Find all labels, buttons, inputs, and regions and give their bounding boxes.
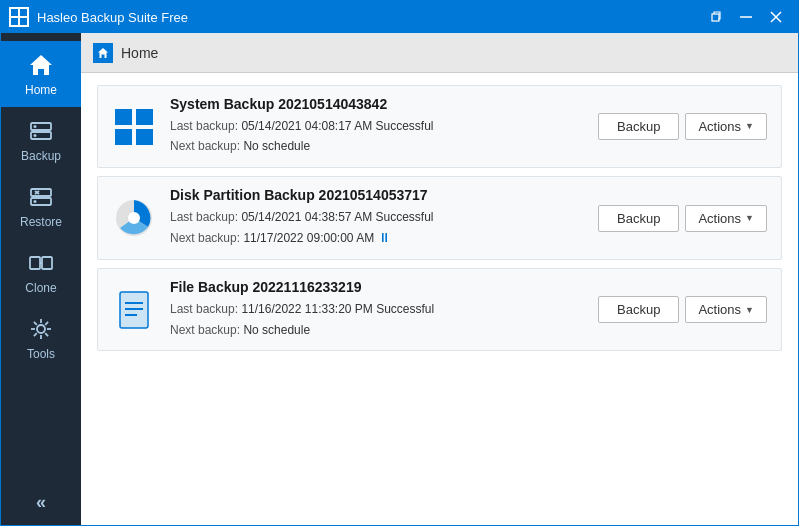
last-backup-label: Last backup: [170,210,238,224]
actions-dropdown-arrow: ▼ [745,213,754,223]
sidebar-tools-label: Tools [27,347,55,361]
last-backup-value: 05/14/2021 04:38:57 AM Successful [241,210,433,224]
backup-meta-disk-partition-backup: Last backup: 05/14/2021 04:38:57 AM Succ… [170,207,584,249]
svg-rect-31 [115,109,132,125]
sidebar-item-home[interactable]: Home [1,41,81,107]
next-backup-label: Next backup: [170,323,240,337]
svg-point-36 [128,212,140,224]
svg-rect-0 [11,9,18,16]
next-backup-value: No schedule [243,139,310,153]
backup-type-icon-file [112,288,156,332]
backup-actions-system-backup: Backup Actions ▼ [598,113,767,140]
backup-card-disk-partition-backup: Disk Partition Backup 20210514053717 Las… [97,176,782,260]
svg-marker-8 [30,55,52,75]
svg-point-11 [34,125,37,128]
backup-actions-disk-partition-backup: Backup Actions ▼ [598,205,767,232]
last-backup-value: 05/14/2021 04:08:17 AM Successful [241,119,433,133]
svg-rect-32 [136,109,153,125]
svg-rect-4 [712,14,719,21]
actions-button-system-backup[interactable]: Actions ▼ [685,113,767,140]
backup-info-file-backup: File Backup 20221116233219 Last backup: … [170,279,584,340]
svg-line-27 [45,333,48,336]
minimize-button[interactable] [732,3,760,31]
svg-line-26 [34,322,37,325]
sidebar: Home Backup [1,33,81,525]
svg-rect-34 [136,129,153,145]
backup-button-system-backup[interactable]: Backup [598,113,679,140]
next-backup-label: Next backup: [170,231,240,245]
content-header: Home [81,33,798,73]
backup-name-disk-partition-backup: Disk Partition Backup 20210514053717 [170,187,584,203]
breadcrumb-label: Home [121,45,158,61]
backup-type-icon-system [112,104,156,148]
actions-dropdown-arrow: ▼ [745,121,754,131]
sidebar-collapse-button[interactable]: « [1,480,81,525]
app-icon [9,7,29,27]
breadcrumb-home-icon [93,43,113,63]
close-button[interactable] [762,3,790,31]
app-title: Hasleo Backup Suite Free [37,10,702,25]
sidebar-item-tools[interactable]: Tools [1,305,81,371]
svg-rect-3 [20,18,27,25]
pause-icon: ⏸ [378,227,391,249]
collapse-icon: « [36,492,46,513]
titlebar: Hasleo Backup Suite Free [1,1,798,33]
backup-button-disk-partition-backup[interactable]: Backup [598,205,679,232]
backup-card-system-backup: System Backup 20210514043842 Last backup… [97,85,782,168]
window-controls [702,3,790,31]
next-backup-value: No schedule [243,323,310,337]
sidebar-clone-label: Clone [25,281,56,295]
svg-rect-1 [20,9,27,16]
next-backup-value: 11/17/2022 09:00:00 AM [243,231,374,245]
svg-point-17 [34,200,37,203]
sidebar-home-label: Home [25,83,57,97]
next-backup-label: Next backup: [170,139,240,153]
svg-rect-18 [30,257,40,269]
backup-card-file-backup: File Backup 20221116233219 Last backup: … [97,268,782,351]
svg-rect-33 [115,129,132,145]
sidebar-restore-label: Restore [20,215,62,229]
sidebar-item-clone[interactable]: Clone [1,239,81,305]
svg-line-28 [45,322,48,325]
main-layout: Home Backup [1,33,798,525]
svg-point-12 [34,134,37,137]
backup-name-file-backup: File Backup 20221116233219 [170,279,584,295]
svg-line-29 [34,333,37,336]
svg-rect-19 [42,257,52,269]
backup-type-icon-disk [112,196,156,240]
sidebar-item-restore[interactable]: Restore [1,173,81,239]
backup-list: System Backup 20210514043842 Last backup… [81,73,798,525]
actions-dropdown-arrow: ▼ [745,305,754,315]
last-backup-label: Last backup: [170,119,238,133]
last-backup-label: Last backup: [170,302,238,316]
backup-actions-file-backup: Backup Actions ▼ [598,296,767,323]
backup-meta-system-backup: Last backup: 05/14/2021 04:08:17 AM Succ… [170,116,584,157]
actions-button-file-backup[interactable]: Actions ▼ [685,296,767,323]
sidebar-backup-label: Backup [21,149,61,163]
restore-button[interactable] [702,3,730,31]
backup-button-file-backup[interactable]: Backup [598,296,679,323]
svg-marker-30 [98,48,108,58]
backup-meta-file-backup: Last backup: 11/16/2022 11:33:20 PM Succ… [170,299,584,340]
svg-rect-13 [31,189,51,196]
actions-button-disk-partition-backup[interactable]: Actions ▼ [685,205,767,232]
app-window: Hasleo Backup Suite Free [0,0,799,526]
backup-name-system-backup: System Backup 20210514043842 [170,96,584,112]
backup-info-disk-partition-backup: Disk Partition Backup 20210514053717 Las… [170,187,584,249]
svg-point-21 [37,325,45,333]
sidebar-item-backup[interactable]: Backup [1,107,81,173]
content-area: Home System Backup 20210514043842 Last b… [81,33,798,525]
backup-info-system-backup: System Backup 20210514043842 Last backup… [170,96,584,157]
svg-rect-2 [11,18,18,25]
last-backup-value: 11/16/2022 11:33:20 PM Successful [241,302,434,316]
